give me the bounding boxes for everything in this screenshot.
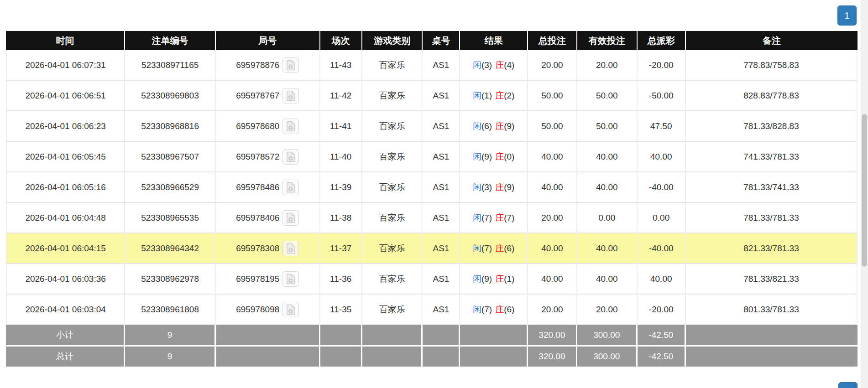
result-player-points: (1) bbox=[481, 91, 492, 100]
round-number: 695978098 bbox=[236, 305, 279, 314]
video-file-icon bbox=[286, 151, 295, 162]
cell-session: 11-42 bbox=[320, 81, 362, 111]
cell-result: 闲(7)庄(7) bbox=[460, 203, 528, 233]
cell-bet-id: 523308967507 bbox=[125, 142, 216, 172]
cell-total-bet[interactable]: 40.00 bbox=[528, 233, 577, 264]
cell-total-bet[interactable]: 20.00 bbox=[528, 203, 577, 233]
scrollbar-track[interactable] bbox=[861, 0, 868, 388]
video-file-icon bbox=[286, 121, 295, 132]
video-replay-button[interactable] bbox=[282, 180, 299, 195]
video-replay-button[interactable] bbox=[282, 119, 299, 134]
pagination-page-1-button-bottom[interactable]: 1 bbox=[838, 382, 858, 388]
cell-payout: 40.00 bbox=[638, 142, 686, 172]
cell-valid-bet: 40.00 bbox=[577, 233, 638, 264]
cell-round: 695978308 bbox=[216, 233, 320, 264]
video-replay-button[interactable] bbox=[282, 271, 299, 287]
result-player-label: 闲 bbox=[473, 121, 481, 131]
video-replay-button[interactable] bbox=[282, 302, 299, 317]
video-replay-button[interactable] bbox=[282, 88, 299, 103]
footer-empty-cell bbox=[362, 325, 423, 347]
result-player-points: (9) bbox=[481, 274, 492, 284]
column-header-3: 场次 bbox=[320, 31, 362, 50]
result-banker-points: (7) bbox=[504, 213, 514, 222]
cell-remark: 778.83/758.83 bbox=[686, 50, 858, 81]
cell-table-no: AS1 bbox=[423, 233, 460, 264]
result-banker-label: 庄 bbox=[495, 305, 504, 314]
result-player-points: (3) bbox=[481, 182, 492, 192]
cell-time: 2026-04-01 06:04:48 bbox=[6, 203, 125, 233]
column-header-1: 注单编号 bbox=[125, 31, 216, 50]
cell-total-bet[interactable]: 20.00 bbox=[528, 50, 577, 81]
scrollbar-thumb[interactable] bbox=[862, 114, 867, 267]
round-number: 695978767 bbox=[236, 91, 279, 100]
result-banker-points: (6) bbox=[504, 305, 514, 314]
cell-remark: 781.33/741.33 bbox=[686, 172, 858, 203]
cell-bet-id: 523308966529 bbox=[125, 172, 216, 203]
cell-total-bet[interactable]: 20.00 bbox=[528, 295, 577, 325]
cell-result: 闲(9)庄(1) bbox=[460, 264, 528, 295]
cell-session: 11-36 bbox=[320, 264, 362, 295]
table-row[interactable]: 2026-04-01 06:03:36523308962978695978195… bbox=[6, 264, 858, 295]
video-replay-button[interactable] bbox=[282, 149, 299, 165]
round-number: 695978486 bbox=[236, 182, 279, 192]
cell-game-type: 百家乐 bbox=[362, 233, 423, 264]
footer-total-bet: 320.00 bbox=[528, 347, 577, 368]
column-header-4: 游戏类别 bbox=[362, 31, 423, 50]
table-row[interactable]: 2026-04-01 06:04:15523308964342695978308… bbox=[6, 233, 858, 264]
footer-valid-bet: 300.00 bbox=[577, 347, 638, 368]
cell-total-bet[interactable]: 40.00 bbox=[528, 172, 577, 203]
footer-empty-cell bbox=[423, 347, 460, 368]
cell-game-type: 百家乐 bbox=[362, 295, 423, 325]
table-row[interactable]: 2026-04-01 06:05:16523308966529695978486… bbox=[6, 172, 858, 203]
result-banker-points: (9) bbox=[504, 121, 514, 131]
cell-total-bet[interactable]: 40.00 bbox=[528, 142, 577, 172]
cell-result: 闲(3)庄(4) bbox=[460, 50, 528, 81]
table-row[interactable]: 2026-04-01 06:03:04523308961808695978098… bbox=[6, 295, 858, 325]
table-header-row: 时间注单编号局号场次游戏类别桌号结果总投注有效投注总派彩备注 bbox=[6, 31, 858, 50]
cell-valid-bet: 20.00 bbox=[577, 50, 638, 81]
footer-label: 总计 bbox=[6, 347, 125, 368]
footer-label: 小计 bbox=[6, 325, 125, 347]
cell-valid-bet: 40.00 bbox=[577, 172, 638, 203]
table-row[interactable]: 2026-04-01 06:07:31523308971165695978876… bbox=[6, 50, 858, 81]
result-banker-label: 庄 bbox=[495, 243, 504, 253]
cell-time: 2026-04-01 06:03:36 bbox=[6, 264, 125, 295]
cell-payout: -40.00 bbox=[638, 172, 686, 203]
cell-total-bet[interactable]: 50.00 bbox=[528, 81, 577, 111]
cell-time: 2026-04-01 06:05:45 bbox=[6, 142, 125, 172]
column-header-0: 时间 bbox=[6, 31, 125, 50]
cell-total-bet[interactable]: 40.00 bbox=[528, 264, 577, 295]
cell-round: 695978406 bbox=[216, 203, 320, 233]
result-banker-label: 庄 bbox=[495, 121, 504, 131]
cell-remark: 828.83/778.83 bbox=[686, 81, 858, 111]
result-banker-label: 庄 bbox=[495, 152, 504, 161]
table-row[interactable]: 2026-04-01 06:05:45523308967507695978572… bbox=[6, 142, 858, 172]
table-row[interactable]: 2026-04-01 06:04:48523308965535695978406… bbox=[6, 203, 858, 233]
pagination-page-1-button-top[interactable]: 1 bbox=[837, 5, 857, 26]
cell-valid-bet: 50.00 bbox=[577, 81, 638, 111]
table-row[interactable]: 2026-04-01 06:06:23523308968816695978680… bbox=[6, 111, 858, 142]
table-row[interactable]: 2026-04-01 06:06:51523308969803695978767… bbox=[6, 81, 858, 111]
cell-round: 695978195 bbox=[216, 264, 320, 295]
video-replay-button[interactable] bbox=[282, 57, 299, 73]
cell-valid-bet: 20.00 bbox=[577, 295, 638, 325]
video-replay-button[interactable] bbox=[282, 241, 299, 256]
result-player-points: (6) bbox=[481, 121, 492, 131]
cell-remark: 741.33/781.33 bbox=[686, 142, 858, 172]
cell-total-bet[interactable]: 50.00 bbox=[528, 111, 577, 142]
cell-session: 11-40 bbox=[320, 142, 362, 172]
total-row: 总计9320.00300.00-42.50 bbox=[6, 347, 858, 368]
cell-payout: -40.00 bbox=[638, 233, 686, 264]
column-header-6: 结果 bbox=[460, 31, 528, 50]
cell-payout: -20.00 bbox=[638, 50, 686, 81]
video-replay-button[interactable] bbox=[282, 210, 299, 226]
cell-session: 11-41 bbox=[320, 111, 362, 142]
round-number: 695978876 bbox=[236, 60, 279, 70]
cell-session: 11-39 bbox=[320, 172, 362, 203]
cell-table-no: AS1 bbox=[423, 81, 460, 111]
round-number: 695978308 bbox=[236, 243, 279, 253]
column-header-5: 桌号 bbox=[423, 31, 460, 50]
result-player-label: 闲 bbox=[473, 182, 481, 192]
result-banker-points: (6) bbox=[504, 243, 514, 253]
result-player-points: (7) bbox=[481, 213, 492, 222]
